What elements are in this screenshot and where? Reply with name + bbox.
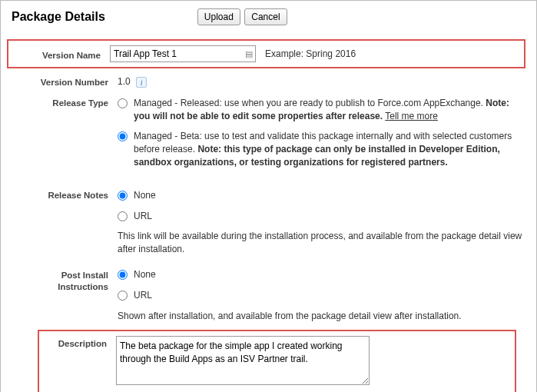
info-icon[interactable]: i: [136, 77, 147, 88]
upload-button[interactable]: Upload: [197, 8, 240, 25]
version-name-label: Version Name: [13, 48, 110, 60]
release-notes-none-radio[interactable]: [118, 191, 128, 201]
release-notes-label: Release Notes: [12, 188, 118, 200]
version-number-label: Version Number: [12, 75, 118, 87]
release-type-beta-text: Managed - Beta: use to test and validate…: [134, 130, 525, 168]
input-decor-icon: ▤: [245, 49, 253, 59]
release-notes-url-radio[interactable]: [118, 211, 128, 221]
release-type-beta-radio[interactable]: [118, 131, 128, 141]
post-install-label: Post Install Instructions: [12, 267, 118, 293]
version-name-highlight: Version Name ▤ Example: Spring 2016: [7, 39, 525, 68]
post-install-url-radio[interactable]: [118, 291, 128, 301]
release-notes-help: This link will be available during the i…: [118, 230, 525, 256]
post-install-url-text: URL: [134, 289, 525, 302]
post-install-none-text: None: [134, 268, 525, 281]
header-buttons: Upload Cancel: [197, 8, 289, 25]
description-label: Description: [39, 336, 116, 348]
release-type-released-radio[interactable]: [118, 98, 128, 108]
page-title: Package Details: [12, 10, 105, 24]
release-notes-url-text: URL: [134, 210, 525, 223]
release-notes-none-text: None: [134, 189, 525, 202]
release-type-label: Release Type: [12, 95, 118, 108]
description-textarea[interactable]: [116, 336, 370, 385]
post-install-help: Shown after installation, and available …: [118, 310, 525, 323]
post-install-none-radio[interactable]: [118, 270, 128, 280]
cancel-button[interactable]: Cancel: [244, 8, 287, 25]
version-number-value: 1.0: [118, 76, 131, 87]
release-type-released-text: Managed - Released: use when you are rea…: [134, 97, 525, 123]
version-name-example: Example: Spring 2016: [265, 48, 356, 59]
description-highlight: Description: [38, 330, 516, 392]
version-name-input[interactable]: [110, 45, 256, 62]
tell-me-more-link[interactable]: Tell me more: [385, 111, 438, 121]
release-type-released-pre: Managed - Released: use when you are rea…: [134, 98, 486, 108]
header: Package Details Upload Cancel: [12, 8, 525, 25]
